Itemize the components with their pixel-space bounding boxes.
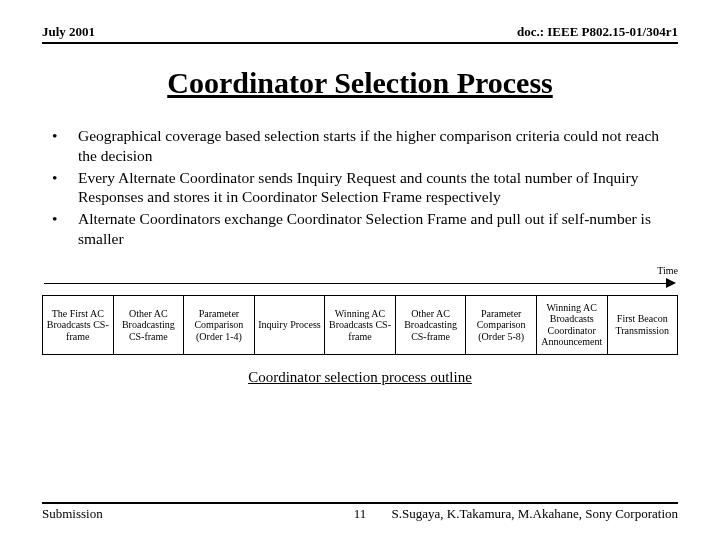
time-arrow: Time	[44, 277, 676, 291]
bullet-text: Alternate Coordinators exchange Coordina…	[78, 209, 670, 249]
footer: Submission 11 S.Sugaya, K.Takamura, M.Ak…	[42, 502, 678, 522]
timeline-box: Other AC Broadcasting CS-frame	[395, 295, 467, 355]
time-label: Time	[657, 265, 678, 276]
bullet-list: • Geographical coverage based selection …	[42, 126, 678, 249]
list-item: • Every Alternate Coordinator sends Inqu…	[50, 168, 670, 208]
timeline-box: Winning AC Broadcasts CS-frame	[324, 295, 396, 355]
timeline-box: Winning AC Broadcasts Coordinator Announ…	[536, 295, 608, 355]
timeline-box: Parameter Comparison (Order 5-8)	[465, 295, 537, 355]
timeline-box: Other AC Broadcasting CS-frame	[113, 295, 185, 355]
bullet-mark: •	[50, 209, 78, 249]
list-item: • Geographical coverage based selection …	[50, 126, 670, 166]
header-date: July 2001	[42, 24, 95, 40]
bullet-text: Every Alternate Coordinator sends Inquir…	[78, 168, 670, 208]
footer-page-number: 11	[42, 506, 678, 522]
timeline-box: First Beacon Transmission	[607, 295, 679, 355]
page-title: Coordinator Selection Process	[42, 66, 678, 100]
timeline-caption: Coordinator selection process outline	[42, 369, 678, 386]
header-doc-id: doc.: IEEE P802.15-01/304r1	[517, 24, 678, 40]
bullet-mark: •	[50, 168, 78, 208]
timeline-box: Inquiry Process	[254, 295, 326, 355]
bullet-mark: •	[50, 126, 78, 166]
timeline-box: Parameter Comparison (Order 1-4)	[183, 295, 255, 355]
timeline-box: The First AC Broadcasts CS-frame	[42, 295, 114, 355]
header-bar: July 2001 doc.: IEEE P802.15-01/304r1	[42, 24, 678, 44]
list-item: • Alternate Coordinators exchange Coordi…	[50, 209, 670, 249]
bullet-text: Geographical coverage based selection st…	[78, 126, 670, 166]
timeline-boxes: The First AC Broadcasts CS-frame Other A…	[42, 295, 678, 355]
timeline: Time The First AC Broadcasts CS-frame Ot…	[42, 277, 678, 386]
